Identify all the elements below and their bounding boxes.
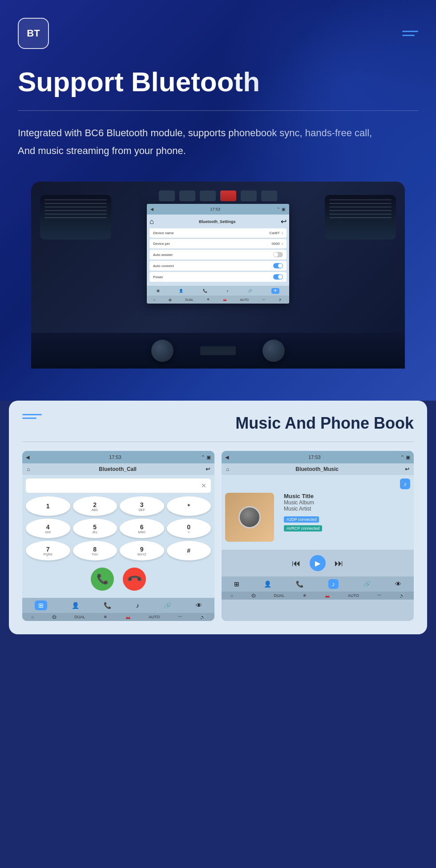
auto-connect-row[interactable]: Auto connect xyxy=(149,261,287,271)
tab-music-m[interactable]: ♪ xyxy=(328,579,339,589)
screen-icons: ⌃ ▣ xyxy=(277,207,286,211)
tab-grid-m[interactable]: ⊞ xyxy=(234,580,239,588)
phone-screen-time: 17:53 xyxy=(109,454,121,460)
grid-icon[interactable]: ⊞ xyxy=(157,289,160,293)
next-button[interactable]: ⏭ xyxy=(335,558,343,568)
hangup-button[interactable]: 📞 xyxy=(118,563,151,596)
dial-actions: 📞 📞 xyxy=(26,564,211,594)
phone-screen-title: Bluetooth_Call xyxy=(99,466,137,472)
album-art xyxy=(225,493,274,542)
auto-connect-toggle[interactable] xyxy=(273,263,283,268)
phone-screen-icons: ⌃ ▣ xyxy=(201,454,211,460)
auto-answer-toggle[interactable] xyxy=(273,252,283,257)
device-pin-row[interactable]: Device pin 0000 › xyxy=(149,239,287,248)
power-toggle[interactable] xyxy=(273,274,283,280)
play-button[interactable]: ▶ xyxy=(310,555,326,571)
car-btn-1 xyxy=(159,191,175,201)
music-info: Music Title Music Album Music Artist A2D… xyxy=(279,493,410,532)
clear-icon[interactable]: ✕ xyxy=(201,482,206,489)
dial-key-hash[interactable]: # xyxy=(167,541,211,560)
menu-button[interactable] xyxy=(402,31,418,36)
screen-content: ⌂ Bluetooth_Settings ↩ Device name CarBT… xyxy=(147,215,289,286)
power-row[interactable]: Power xyxy=(149,272,287,282)
tab-phone[interactable]: 📞 xyxy=(104,602,111,609)
auto-answer-row[interactable]: Auto answer xyxy=(149,250,287,260)
device-name-row[interactable]: Device name CarBT › xyxy=(149,228,287,238)
tab-person-m[interactable]: 👤 xyxy=(264,580,271,588)
section-header: Music And Phone Book xyxy=(22,414,414,433)
car-btn-warning xyxy=(220,191,236,201)
right-knob[interactable] xyxy=(262,340,285,362)
dial-key-star[interactable]: * xyxy=(167,496,211,516)
tab-phone-m[interactable]: 📞 xyxy=(296,580,303,588)
music-icon[interactable]: ♪ xyxy=(226,289,228,293)
dial-key-1[interactable]: 1 xyxy=(26,496,70,516)
status-auto: AUTO xyxy=(149,615,160,619)
music-home-icon[interactable]: ⌂ xyxy=(226,466,229,472)
dial-key-9[interactable]: 9WXYZ xyxy=(120,541,164,560)
tab-person[interactable]: 👤 xyxy=(72,602,79,609)
tab-eye[interactable]: 👁 xyxy=(196,602,202,609)
avrcp-badge: AVRCP connected xyxy=(284,525,322,531)
back-btn-phone[interactable]: ◀ xyxy=(26,454,29,460)
dual-label: DUAL xyxy=(185,298,194,301)
dial-key-7[interactable]: 7PQRS xyxy=(26,541,70,560)
status-car: 🚗 xyxy=(125,615,130,619)
snowflake-icon: ❄ xyxy=(207,298,210,301)
dial-input[interactable]: ✕ xyxy=(26,479,211,493)
back-arrow-icon[interactable]: ◀ xyxy=(150,207,153,211)
section-menu-icon[interactable] xyxy=(22,414,42,419)
music-artist: Music Artist xyxy=(284,506,410,512)
car-mockup: ◀ 17:53 ⌃ ▣ ⌂ Bluetooth_Settings ↩ xyxy=(31,182,405,369)
status-snow: ❄ xyxy=(104,615,107,619)
mstatus-snow: ❄ xyxy=(303,593,307,598)
mstatus-home[interactable]: ⌂ xyxy=(231,593,233,598)
call-button[interactable]: 📞 xyxy=(91,568,114,591)
power-status-icon[interactable]: ⏻ xyxy=(169,298,172,301)
back-btn-music[interactable]: ◀ xyxy=(225,454,229,460)
person-icon[interactable]: 👤 xyxy=(179,289,183,293)
left-vent xyxy=(40,195,111,239)
music-screen-icons: ⌃ ▣ xyxy=(400,454,410,460)
car-frame-bottom xyxy=(31,333,405,369)
music-return-icon[interactable]: ↩ xyxy=(405,466,409,472)
phone-icon[interactable]: 📞 xyxy=(203,289,207,293)
dial-key-0[interactable]: 0+ xyxy=(167,519,211,538)
dial-key-3[interactable]: 3DEF xyxy=(120,496,164,516)
tab-link-m[interactable]: 🔗 xyxy=(363,580,371,588)
car-interior: ◀ 17:53 ⌃ ▣ ⌂ Bluetooth_Settings ↩ xyxy=(31,182,405,369)
phone-screen-title-bar: ⌂ Bluetooth_Call ↩ xyxy=(22,463,214,475)
link-icon[interactable]: 🔗 xyxy=(248,289,252,293)
music-screen-header: ◀ 17:53 ⌃ ▣ xyxy=(222,451,414,463)
music-controls: ⏮ ▶ ⏭ xyxy=(222,550,414,576)
dial-key-8[interactable]: 8TUV xyxy=(73,541,117,560)
volume-icon: 🔊 xyxy=(279,298,283,301)
tab-music[interactable]: ♪ xyxy=(136,602,139,609)
music-screen: ◀ 17:53 ⌃ ▣ ⌂ Bluetooth_Music ↩ ♪ xyxy=(222,451,414,621)
prev-button[interactable]: ⏮ xyxy=(292,558,301,568)
dial-key-6[interactable]: 6MNO xyxy=(120,519,164,538)
section-ham-line-2 xyxy=(22,418,36,419)
left-knob[interactable] xyxy=(151,340,174,362)
page-title: Support Bluetooth xyxy=(18,67,418,97)
section-ham-line-1 xyxy=(22,414,42,415)
car-container: ◀ 17:53 ⌃ ▣ ⌂ Bluetooth_Settings ↩ xyxy=(18,182,418,369)
phone-home-icon[interactable]: ⌂ xyxy=(27,466,30,472)
eye-icon[interactable]: 👁 xyxy=(271,288,279,294)
tab-grid[interactable]: ⊞ xyxy=(35,600,47,610)
return-icon[interactable]: ↩ xyxy=(281,217,287,226)
music-screen-body: ♪ Music Title Music Album Music Artist A… xyxy=(222,475,414,550)
dial-key-5[interactable]: 5JKL xyxy=(73,519,117,538)
status-home[interactable]: ⌂ xyxy=(32,615,34,619)
a2dp-badge: A2DP connected xyxy=(284,516,319,523)
phone-return-icon[interactable]: ↩ xyxy=(206,466,210,472)
tab-eye-m[interactable]: 👁 xyxy=(395,580,401,588)
dial-key-2[interactable]: 2ABC xyxy=(73,496,117,516)
dial-key-4[interactable]: 4GHI xyxy=(26,519,70,538)
home-status-icon[interactable]: ⌂ xyxy=(153,298,155,301)
center-panel xyxy=(200,346,236,355)
home-icon[interactable]: ⌂ xyxy=(149,218,154,226)
tab-link[interactable]: 🔗 xyxy=(164,602,171,609)
car-btn-3 xyxy=(200,191,216,201)
status-wave: 〰 xyxy=(178,615,182,619)
